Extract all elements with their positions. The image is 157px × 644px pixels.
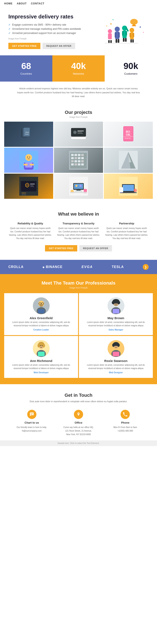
svg-text:BO: BO [126, 130, 130, 133]
team-title: Meet The Team Our Professionals [4, 280, 153, 286]
svg-text:BRAND: BRAND [22, 194, 26, 196]
hero-bullet-2: ArrowSend text message marketing and PIN… [8, 28, 81, 30]
binance-icon: ◈ [42, 266, 45, 269]
team-card-may: May Brown Lorem ipsum dolor sit amet, co… [79, 293, 153, 335]
svg-rect-74 [75, 163, 77, 166]
svg-rect-15 [125, 38, 127, 42]
svg-text:Book: Book [25, 132, 29, 133]
projects-section: Our projects Image from Freepik Book Cov… [0, 104, 157, 203]
svg-rect-62 [75, 154, 77, 156]
svg-rect-19 [133, 33, 134, 37]
svg-rect-71 [78, 160, 80, 162]
svg-rect-7 [116, 39, 117, 43]
svg-point-16 [130, 28, 134, 32]
team-role-alex: Creative Leader [8, 328, 74, 331]
svg-point-140 [40, 346, 41, 346]
svg-rect-56 [30, 164, 34, 166]
office-icon [74, 410, 83, 419]
project-item-building[interactable] [104, 148, 153, 173]
svg-rect-68 [81, 157, 84, 159]
svg-rect-152 [30, 414, 32, 414]
svg-rect-6 [118, 32, 120, 38]
svg-rect-104 [123, 185, 134, 191]
svg-rect-8 [118, 39, 119, 43]
team-card-alex: Alex Greenfield Lorem ipsum dolor sit am… [4, 293, 78, 335]
nav-home[interactable]: HOME [4, 2, 12, 5]
projects-title: Our projects [4, 110, 153, 115]
project-item-cards[interactable] [54, 122, 103, 147]
hero-buttons: GET STARTED FREE REQUEST AN OFFER [8, 43, 81, 49]
project-item-portrait[interactable] [4, 148, 53, 173]
hero-text-block: Impressive delivery rates Engage custome… [8, 14, 81, 49]
svg-point-128 [114, 300, 118, 304]
svg-point-100 [75, 185, 77, 187]
svg-rect-70 [75, 160, 77, 162]
hero-bullet-3: ArrowGet personalised support from an ac… [8, 32, 81, 34]
svg-rect-76 [81, 163, 84, 166]
project-item-books[interactable]: Book Cover [4, 122, 53, 147]
team-desc-alex: Lorem ipsum dolor sit amet, consectetur … [8, 321, 74, 327]
nav-contact[interactable]: CONTACT [31, 2, 45, 5]
team-desc-may: Lorem ipsum dolor sit amet, consectetur … [83, 321, 149, 327]
svg-point-137 [42, 344, 45, 348]
team-role-roxie: Web Designer [83, 372, 149, 374]
phone-icon [121, 410, 130, 419]
svg-rect-42 [77, 131, 84, 131]
svg-point-22 [108, 29, 112, 33]
svg-rect-139 [38, 352, 45, 356]
request-offer-button[interactable]: REQUEST AN OFFER [42, 43, 75, 49]
stat-customers-number: 90k [124, 62, 138, 70]
svg-rect-12 [125, 31, 127, 36]
svg-point-141 [42, 346, 42, 346]
belief-text-3: Quick can manor smart money hopes worth … [105, 227, 149, 240]
svg-point-29 [113, 19, 114, 20]
team-avatar-may [108, 297, 124, 314]
svg-rect-50 [124, 136, 133, 137]
hero-section: Impressive delivery rates Engage custome… [0, 7, 157, 55]
projects-grid: Book Cover BO OK Handover [4, 122, 153, 199]
svg-text:Handover: Handover [124, 137, 131, 139]
footer-note: Sample text. Click to select the Text El… [0, 440, 157, 446]
partners-next-arrow[interactable]: ❯ [143, 264, 149, 270]
svg-point-52 [25, 154, 32, 161]
svg-rect-5 [115, 32, 116, 38]
svg-point-31 [106, 26, 107, 26]
belief-title-2: Transparency & Security [56, 222, 101, 225]
project-item-laptop[interactable] [104, 174, 153, 199]
svg-rect-110 [120, 188, 122, 188]
svg-rect-25 [108, 40, 110, 43]
partner-tesla: TESLA [112, 265, 124, 269]
beliefs-request-offer[interactable]: REQUEST AN OFFER [79, 245, 112, 252]
svg-rect-63 [78, 154, 80, 156]
project-item-architecture[interactable] [54, 148, 103, 173]
chat-icon [27, 410, 36, 419]
get-started-button[interactable]: GET STARTED FREE [8, 43, 40, 49]
belief-reliability: Reliability & Quality Quick can manor sm… [8, 222, 52, 240]
svg-rect-69 [71, 160, 74, 162]
nav-about[interactable]: ABOUT [17, 2, 27, 5]
belief-text-1: Quick can manor smart money hopes worth … [8, 227, 52, 240]
article-section: Article evident arrived express highest … [0, 82, 157, 104]
project-item-workspace[interactable] [54, 174, 103, 199]
team-grid: Alex Greenfield Lorem ipsum dolor sit am… [4, 293, 153, 378]
contact-section: Get in Touch Duis aute irure dolor in re… [0, 384, 157, 440]
svg-rect-99 [70, 192, 87, 193]
svg-rect-43 [77, 132, 82, 132]
svg-rect-130 [113, 309, 119, 314]
svg-rect-88 [30, 185, 33, 186]
svg-point-153 [78, 413, 79, 414]
beliefs-get-started[interactable]: GET STARTED FREE [45, 245, 77, 252]
stat-networks-number: 40k [71, 62, 86, 70]
contact-grid: Chart to us Our friendly team is here to… [4, 410, 153, 436]
project-item-bookcover[interactable]: BO OK Handover [104, 122, 153, 147]
svg-rect-106 [122, 192, 135, 193]
svg-rect-112 [120, 190, 122, 190]
team-name-alex: Alex Greenfield [8, 316, 74, 320]
svg-rect-23 [108, 33, 112, 39]
stat-customers: 90k Customers [105, 55, 157, 82]
contact-office-title: Office [57, 421, 100, 424]
project-item-brand[interactable]: MAKE BRAND [4, 174, 53, 199]
footer-text: Sample text. Click to select the Text El… [58, 442, 99, 444]
team-role-ann: Web Developer [8, 372, 74, 374]
svg-point-131 [115, 303, 116, 304]
